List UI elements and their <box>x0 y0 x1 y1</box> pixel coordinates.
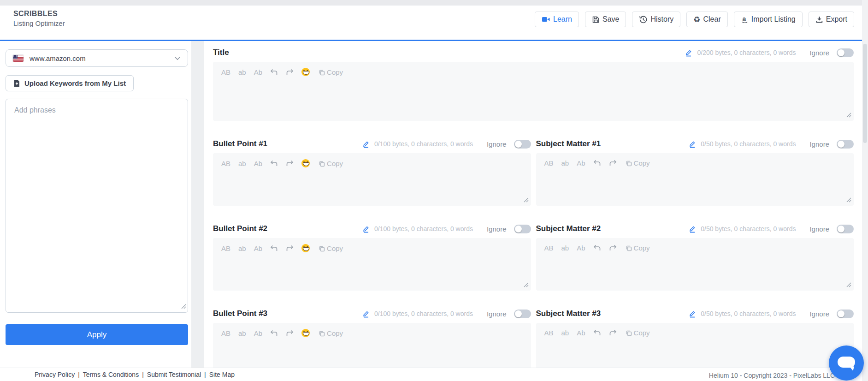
ignore-toggle[interactable] <box>837 225 854 233</box>
amazon-icon: a <box>741 15 749 24</box>
redo-icon[interactable] <box>286 330 294 337</box>
ignore-toggle[interactable] <box>514 225 531 233</box>
capitalize-button[interactable]: Ab <box>254 245 262 252</box>
lowercase-button[interactable]: ab <box>238 245 246 252</box>
export-button[interactable]: Export <box>809 12 854 27</box>
capitalize-button[interactable]: Ab <box>254 69 262 76</box>
undo-icon[interactable] <box>593 244 601 251</box>
history-button[interactable]: History <box>632 12 680 27</box>
edit-pencil-icon[interactable] <box>688 140 697 148</box>
ignore-toggle[interactable] <box>837 310 854 318</box>
copy-button[interactable]: Copy <box>625 244 650 252</box>
listing-editor-panel: Title 0/200 bytes, 0 characters, 0 words… <box>204 41 862 368</box>
undo-icon[interactable] <box>270 245 278 252</box>
import-listing-button[interactable]: a Import Listing <box>734 12 803 27</box>
capitalize-button[interactable]: Ab <box>254 160 262 167</box>
uppercase-button[interactable]: AB <box>221 330 230 337</box>
undo-icon[interactable] <box>593 160 601 167</box>
undo-icon[interactable] <box>270 160 278 167</box>
redo-icon[interactable] <box>609 160 617 167</box>
lowercase-button[interactable]: ab <box>238 330 246 337</box>
site-map-link[interactable]: Site Map <box>209 371 235 378</box>
resize-handle[interactable] <box>846 196 851 204</box>
emoji-icon[interactable] <box>301 244 310 252</box>
vertical-scrollbar[interactable] <box>862 0 868 381</box>
copy-label: Copy <box>634 159 650 167</box>
upload-keywords-button[interactable]: Upload Keywords from My List <box>6 75 134 91</box>
resize-handle[interactable] <box>524 281 529 289</box>
bullet-3-editor[interactable]: AB ab Ab Copy <box>213 323 531 368</box>
byte-counter: 0/200 bytes, 0 characters, 0 words <box>697 49 796 56</box>
app-subtitle: Listing Optimizer <box>13 19 65 27</box>
uppercase-button[interactable]: AB <box>544 244 554 251</box>
submit-testimonial-link[interactable]: Submit Testimonial <box>147 371 201 378</box>
copy-label: Copy <box>327 244 343 252</box>
subject-2-editor[interactable]: AB ab Ab Copy <box>536 238 854 291</box>
capitalize-button[interactable]: Ab <box>254 330 262 337</box>
lowercase-button[interactable]: ab <box>238 160 246 167</box>
redo-icon[interactable] <box>286 245 294 252</box>
uppercase-button[interactable]: AB <box>221 160 230 167</box>
privacy-policy-link[interactable]: Privacy Policy <box>35 371 75 378</box>
lowercase-button[interactable]: ab <box>561 244 569 251</box>
copy-button[interactable]: Copy <box>625 159 650 167</box>
section-title: Subject Matter #3 <box>536 309 601 318</box>
title-editor[interactable]: AB ab Ab Copy <box>213 62 854 121</box>
ignore-toggle[interactable] <box>837 140 854 149</box>
copy-button[interactable]: Copy <box>318 329 343 337</box>
apply-button[interactable]: Apply <box>6 324 188 345</box>
uppercase-button[interactable]: AB <box>544 329 554 336</box>
undo-icon[interactable] <box>270 330 278 337</box>
lowercase-button[interactable]: ab <box>561 329 569 336</box>
brand: SCRIBBLES Listing Optimizer <box>13 10 65 27</box>
redo-icon[interactable] <box>286 160 294 167</box>
edit-pencil-icon[interactable] <box>362 310 370 318</box>
edit-pencil-icon[interactable] <box>362 225 370 233</box>
uppercase-button[interactable]: AB <box>221 69 230 76</box>
copy-button[interactable]: Copy <box>318 68 343 76</box>
edit-pencil-icon[interactable] <box>688 225 697 233</box>
subject-3-editor[interactable]: AB ab Ab Copy <box>536 323 854 368</box>
undo-icon[interactable] <box>270 69 278 76</box>
ignore-toggle[interactable] <box>514 310 531 318</box>
scrollbar-thumb[interactable] <box>863 44 867 143</box>
copy-button[interactable]: Copy <box>625 329 650 337</box>
emoji-icon[interactable] <box>301 329 310 337</box>
learn-button[interactable]: Learn <box>535 12 579 27</box>
ignore-toggle[interactable] <box>514 140 531 149</box>
chat-widget-button[interactable] <box>829 345 864 381</box>
resize-handle[interactable] <box>846 281 851 289</box>
redo-icon[interactable] <box>286 69 294 76</box>
marketplace-select[interactable]: www.amazon.com <box>6 49 188 67</box>
resize-handle[interactable] <box>524 196 529 204</box>
capitalize-button[interactable]: Ab <box>577 244 585 251</box>
uppercase-button[interactable]: AB <box>544 160 554 167</box>
emoji-icon[interactable] <box>301 159 310 167</box>
edit-pencil-icon[interactable] <box>362 140 370 148</box>
lowercase-button[interactable]: ab <box>561 160 569 167</box>
emoji-icon[interactable] <box>301 68 310 76</box>
undo-icon[interactable] <box>593 329 601 336</box>
capitalize-button[interactable]: Ab <box>577 160 585 167</box>
byte-counter: 0/50 bytes, 0 characters, 0 words <box>701 310 796 317</box>
redo-icon[interactable] <box>609 329 617 336</box>
capitalize-button[interactable]: Ab <box>577 329 585 336</box>
uppercase-button[interactable]: AB <box>221 245 230 252</box>
byte-counter: 0/100 bytes, 0 characters, 0 words <box>374 310 473 317</box>
resize-handle[interactable] <box>846 111 851 119</box>
save-button[interactable]: Save <box>585 12 626 27</box>
clear-button[interactable]: ♻ Clear <box>686 12 727 27</box>
edit-pencil-icon[interactable] <box>685 48 693 57</box>
terms-conditions-link[interactable]: Terms & Conditions <box>83 371 139 378</box>
browser-top-strip <box>0 0 868 6</box>
bullet-1-editor[interactable]: AB ab Ab Copy <box>213 153 531 206</box>
edit-pencil-icon[interactable] <box>688 310 697 318</box>
ignore-toggle[interactable] <box>837 48 854 57</box>
copy-button[interactable]: Copy <box>318 244 343 252</box>
lowercase-button[interactable]: ab <box>238 69 246 76</box>
bullet-2-editor[interactable]: AB ab Ab Copy <box>213 238 531 291</box>
redo-icon[interactable] <box>609 244 617 251</box>
copy-button[interactable]: Copy <box>318 160 343 167</box>
subject-1-editor[interactable]: AB ab Ab Copy <box>536 153 854 206</box>
add-phrases-input[interactable] <box>6 99 188 313</box>
